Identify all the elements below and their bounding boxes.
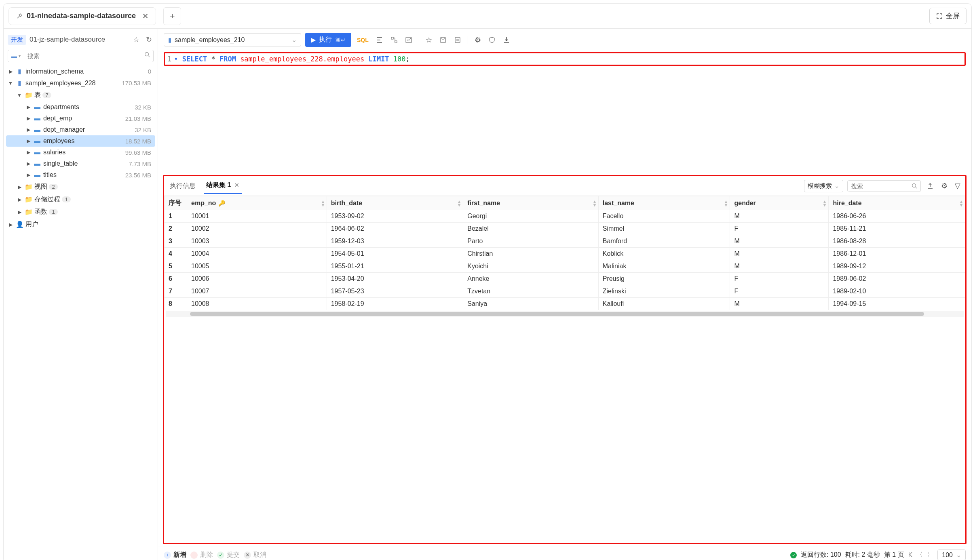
cell-birth-date[interactable]: 1959-12-03 <box>327 235 463 248</box>
cell-emp-no[interactable]: 10007 <box>187 285 327 298</box>
add-row-button[interactable]: +新增 <box>164 551 186 559</box>
database-select[interactable]: ▮ sample_employees_210 ⌄ <box>164 33 301 46</box>
table-row[interactable]: 8100081958-02-19SaniyaKalloufiM1994-09-1… <box>165 298 965 310</box>
tree-table-single-table[interactable]: ▶▬single_table7.73 MB <box>6 158 155 169</box>
horizontal-scrollbar[interactable] <box>166 311 964 317</box>
delete-row-button[interactable]: −删除 <box>190 551 213 559</box>
cell-gender[interactable]: M <box>730 298 829 310</box>
cell-gender[interactable]: F <box>730 273 829 285</box>
cell-emp-no[interactable]: 10001 <box>187 210 327 223</box>
tab-resultset-1[interactable]: 结果集 1 ✕ <box>204 178 242 194</box>
tree-folder-procedures[interactable]: ▶📁存储过程 1 <box>6 193 155 206</box>
table-row[interactable]: 5100051955-01-21KyoichiMaliniakM1989-09-… <box>165 260 965 273</box>
run-button[interactable]: ▶ 执行 ⌘↵ <box>305 33 351 47</box>
sort-icon[interactable]: ▴▾ <box>823 200 826 206</box>
cell-first-name[interactable]: Georgi <box>463 210 598 223</box>
sort-icon[interactable]: ▴▾ <box>458 200 460 206</box>
datasource-name[interactable]: 01-jz-sample-datasource <box>30 36 128 44</box>
search-icon[interactable] <box>908 181 920 190</box>
cell-last-name[interactable]: Preusig <box>598 273 730 285</box>
cell-birth-date[interactable]: 1955-01-21 <box>327 260 463 273</box>
save-icon[interactable] <box>438 35 448 45</box>
cell-birth-date[interactable]: 1953-04-20 <box>327 273 463 285</box>
cell-emp-no[interactable]: 10002 <box>187 223 327 235</box>
tree-users[interactable]: ▶👤用户 <box>6 218 155 231</box>
col-last-name[interactable]: last_name▴▾ <box>598 196 730 210</box>
col-hire-date[interactable]: hire_date▴▾ <box>829 196 965 210</box>
shield-icon[interactable] <box>487 35 497 45</box>
cell-gender[interactable]: M <box>730 210 829 223</box>
col-first-name[interactable]: first_name▴▾ <box>463 196 598 210</box>
close-icon[interactable]: ✕ <box>234 182 239 188</box>
cell-first-name[interactable]: Parto <box>463 235 598 248</box>
col-rownum[interactable]: 序号 <box>165 196 187 210</box>
cell-emp-no[interactable]: 10006 <box>187 273 327 285</box>
cell-hire-date[interactable]: 1989-09-12 <box>829 260 965 273</box>
cell-hire-date[interactable]: 1986-06-26 <box>829 210 965 223</box>
cell-last-name[interactable]: Kalloufi <box>598 298 730 310</box>
commit-button[interactable]: ✓提交 <box>217 551 240 559</box>
col-gender[interactable]: gender▴▾ <box>730 196 829 210</box>
cell-hire-date[interactable]: 1986-08-28 <box>829 235 965 248</box>
fullscreen-button[interactable]: 全屏 <box>929 8 967 24</box>
tree-table-employees[interactable]: ▶▬employees18.52 MB <box>6 135 155 147</box>
cell-first-name[interactable]: Chirstian <box>463 248 598 260</box>
results-grid[interactable]: 序号 emp_no🔑▴▾ birth_date▴▾ first_name▴▾ l… <box>164 196 965 543</box>
cell-hire-date[interactable]: 1986-12-01 <box>829 248 965 260</box>
cell-last-name[interactable]: Simmel <box>598 223 730 235</box>
tree-table-departments[interactable]: ▶▬departments32 KB <box>6 101 155 113</box>
favorite-icon[interactable]: ☆ <box>424 34 434 46</box>
beautify-icon[interactable] <box>374 35 385 45</box>
cell-last-name[interactable]: Maliniak <box>598 260 730 273</box>
filter-icon[interactable]: ▽ <box>953 180 962 192</box>
cell-hire-date[interactable]: 1989-06-02 <box>829 273 965 285</box>
scrollbar-thumb[interactable] <box>190 312 924 316</box>
cell-emp-no[interactable]: 10004 <box>187 248 327 260</box>
chart-icon[interactable] <box>403 35 414 45</box>
tree-table-titles[interactable]: ▶▬titles23.56 MB <box>6 169 155 181</box>
cell-gender[interactable]: M <box>730 235 829 248</box>
new-tab-button[interactable]: + <box>163 7 181 25</box>
cell-first-name[interactable]: Tzvetan <box>463 285 598 298</box>
cell-first-name[interactable]: Saniya <box>463 298 598 310</box>
editor-empty-area[interactable] <box>158 68 971 173</box>
cell-gender[interactable]: F <box>730 285 829 298</box>
col-emp-no[interactable]: emp_no🔑▴▾ <box>187 196 327 210</box>
cell-birth-date[interactable]: 1958-02-19 <box>327 298 463 310</box>
sidebar-search-input[interactable] <box>24 50 141 62</box>
tree-table-salaries[interactable]: ▶▬salaries99.63 MB <box>6 147 155 158</box>
first-page-button[interactable]: K <box>908 552 913 559</box>
cell-birth-date[interactable]: 1953-09-02 <box>327 210 463 223</box>
tab-exec-info[interactable]: 执行信息 <box>167 179 198 194</box>
tree-table-dept-manager[interactable]: ▶▬dept_manager32 KB <box>6 124 155 135</box>
cell-first-name[interactable]: Kyoichi <box>463 260 598 273</box>
col-birth-date[interactable]: birth_date▴▾ <box>327 196 463 210</box>
cell-hire-date[interactable]: 1989-02-10 <box>829 285 965 298</box>
tab-datasource[interactable]: 01-ninedata-sample-datasource ✕ <box>8 7 156 25</box>
next-page-button[interactable]: 〉 <box>927 551 933 559</box>
tree-folder-tables[interactable]: ▼ 📁 表 7 <box>6 89 155 101</box>
cell-emp-no[interactable]: 10008 <box>187 298 327 310</box>
cell-hire-date[interactable]: 1994-09-15 <box>829 298 965 310</box>
settings-icon[interactable]: ⚙ <box>473 34 483 46</box>
export-icon[interactable] <box>925 181 935 191</box>
tree-folder-functions[interactable]: ▶📁函数 1 <box>6 206 155 218</box>
cell-emp-no[interactable]: 10003 <box>187 235 327 248</box>
tree-db-sample-employees[interactable]: ▼ ▮ sample_employees_228 170.53 MB <box>6 77 155 89</box>
download-icon[interactable] <box>501 35 512 45</box>
table-row[interactable]: 4100041954-05-01ChirstianKoblickM1986-12… <box>165 248 965 260</box>
cell-gender[interactable]: F <box>730 223 829 235</box>
tree-db-information-schema[interactable]: ▶ ▮ information_schema 0 <box>6 65 155 77</box>
tree-folder-views[interactable]: ▶📁视图 2 <box>6 181 155 193</box>
sort-icon[interactable]: ▴▾ <box>725 200 727 206</box>
sql-editor[interactable]: 1• SELECT * FROM sample_employees_228.em… <box>165 53 964 65</box>
sort-icon[interactable]: ▴▾ <box>593 200 596 206</box>
table-row[interactable]: 6100061953-04-20AnnekePreusigF1989-06-02 <box>165 273 965 285</box>
format-sql-button[interactable]: SQL <box>355 35 370 45</box>
history-icon[interactable] <box>452 35 463 45</box>
refresh-icon[interactable]: ↻ <box>144 34 154 45</box>
cell-emp-no[interactable]: 10005 <box>187 260 327 273</box>
results-search-input[interactable] <box>848 181 908 192</box>
grid-settings-icon[interactable]: ⚙ <box>939 180 949 192</box>
cell-gender[interactable]: M <box>730 248 829 260</box>
